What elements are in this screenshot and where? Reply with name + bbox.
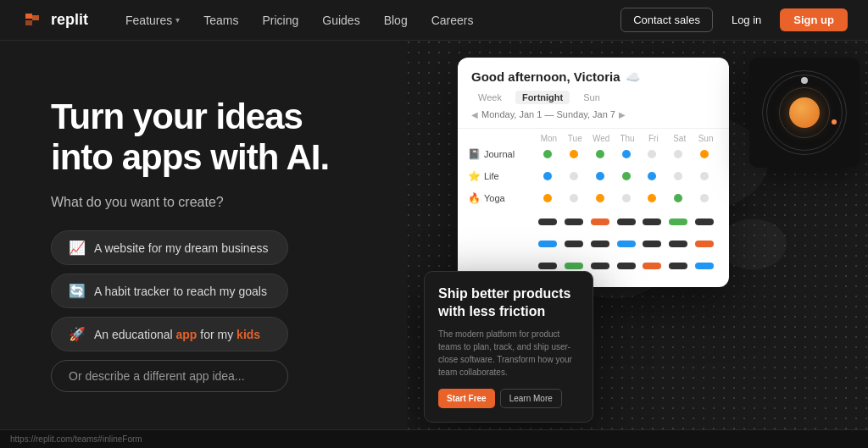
contact-sales-button[interactable]: Contact sales bbox=[620, 8, 713, 32]
calendar-rows: 📓 Journal ⭐ Life bbox=[458, 145, 729, 287]
rocket-icon: 🚀 bbox=[69, 326, 86, 342]
nav-teams[interactable]: Teams bbox=[193, 8, 248, 32]
habit-icon: 🔄 bbox=[69, 283, 86, 299]
svg-point-6 bbox=[719, 219, 787, 270]
pill-custom[interactable]: Or describe a different app idea... bbox=[51, 360, 288, 392]
product-card-title: Ship better products with less friction bbox=[438, 285, 579, 321]
calendar-header: Good afternoon, Victoria ☁️ Week Fortnig… bbox=[458, 58, 729, 129]
pill-business-text: A website for my dream business bbox=[94, 241, 268, 255]
calendar-card: Good afternoon, Victoria ☁️ Week Fortnig… bbox=[458, 58, 729, 287]
hero-section: Turn your ideas into apps with AI. What … bbox=[0, 41, 407, 448]
nav-links: Features ▾ Teams Pricing Guides Blog Car… bbox=[115, 8, 620, 32]
planet-small-1 bbox=[801, 77, 808, 84]
product-card-subtitle: The modern platform for product teams to… bbox=[438, 328, 579, 379]
yoga-icon: 🔥 bbox=[468, 192, 481, 204]
journal-icon: 📓 bbox=[468, 148, 481, 160]
pill-habit-text: A habit tracker to reach my goals bbox=[94, 285, 267, 298]
tab-fortnight[interactable]: Fortnight bbox=[515, 91, 570, 104]
left-arrow-icon[interactable]: ◀ bbox=[471, 110, 478, 119]
logo-text: replit bbox=[51, 11, 88, 29]
nav-guides[interactable]: Guides bbox=[312, 8, 370, 32]
planet-main bbox=[789, 97, 820, 128]
suggestion-pills: 📈 A website for my dream business 🔄 A ha… bbox=[51, 230, 373, 392]
navigation: replit Features ▾ Teams Pricing Guides B… bbox=[0, 0, 868, 41]
pill-custom-text: Or describe a different app idea... bbox=[69, 369, 245, 383]
status-bar: https://replit.com/teams#inlineForm bbox=[0, 429, 868, 448]
trending-icon: 📈 bbox=[69, 240, 86, 256]
hero-visual: Good afternoon, Victoria ☁️ Week Fortnig… bbox=[407, 41, 868, 448]
learn-more-button[interactable]: Learn More bbox=[500, 389, 562, 408]
orbit-container bbox=[762, 70, 847, 155]
life-icon: ⭐ bbox=[468, 170, 481, 182]
planet-card bbox=[749, 58, 860, 168]
login-button[interactable]: Log in bbox=[720, 8, 773, 31]
nav-blog[interactable]: Blog bbox=[374, 8, 418, 32]
calendar-date-range: ◀ Monday, Jan 1 — Sunday, Jan 7 ▶ bbox=[471, 109, 715, 119]
highlight-kids: kids bbox=[236, 328, 260, 341]
pill-habit[interactable]: 🔄 A habit tracker to reach my goals bbox=[51, 274, 288, 308]
product-card-buttons: Start Free Learn More bbox=[438, 389, 579, 408]
pill-education-text: An educational app for my kids bbox=[94, 328, 260, 341]
hero-subtitle: What do you want to create? bbox=[51, 195, 373, 210]
calendar-day-headers: Mon Tue Wed Thu Fri Sat Sun bbox=[458, 129, 729, 145]
tab-sun[interactable]: Sun bbox=[576, 91, 607, 104]
nav-careers[interactable]: Careers bbox=[421, 8, 484, 32]
right-arrow-icon[interactable]: ▶ bbox=[619, 110, 626, 119]
calendar-row-extra2 bbox=[468, 235, 719, 253]
pill-business[interactable]: 📈 A website for my dream business bbox=[51, 230, 288, 265]
signup-button[interactable]: Sign up bbox=[780, 8, 848, 31]
logo[interactable]: replit bbox=[20, 8, 88, 32]
nav-pricing[interactable]: Pricing bbox=[253, 8, 309, 32]
cloud-icon: ☁️ bbox=[626, 70, 640, 84]
highlight-app: app bbox=[176, 328, 198, 341]
product-card: Ship better products with less friction … bbox=[424, 271, 593, 423]
calendar-tabs: Week Fortnight Sun bbox=[471, 91, 715, 104]
nav-actions: Contact sales Log in Sign up bbox=[620, 8, 848, 32]
calendar-row-yoga: 🔥 Yoga bbox=[468, 189, 719, 207]
calendar-row-journal: 📓 Journal bbox=[468, 145, 719, 163]
replit-logo-icon bbox=[20, 8, 44, 32]
hero-title: Turn your ideas into apps with AI. bbox=[51, 97, 373, 179]
tab-week[interactable]: Week bbox=[471, 91, 509, 104]
calendar-greeting: Good afternoon, Victoria ☁️ bbox=[471, 69, 715, 84]
status-url[interactable]: https://replit.com/teams#inlineForm bbox=[10, 434, 142, 444]
planet-small-2 bbox=[832, 119, 837, 124]
start-free-button[interactable]: Start Free bbox=[438, 389, 495, 408]
calendar-row-life: ⭐ Life bbox=[468, 167, 719, 185]
nav-features[interactable]: Features ▾ bbox=[115, 8, 190, 32]
pill-education[interactable]: 🚀 An educational app for my kids bbox=[51, 317, 288, 351]
chevron-down-icon: ▾ bbox=[175, 15, 180, 25]
calendar-row-extra1 bbox=[468, 213, 719, 231]
main-content: Turn your ideas into apps with AI. What … bbox=[0, 41, 868, 448]
